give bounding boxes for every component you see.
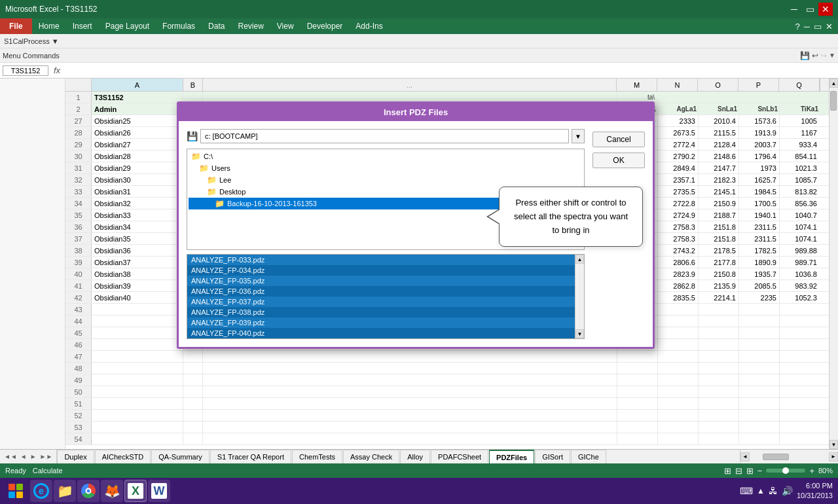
path-input[interactable] — [200, 129, 569, 143]
tree-item-lee[interactable]: 📁 Lee — [189, 174, 583, 186]
dialog-titlebar: Insert PDZ Files — [179, 103, 653, 121]
file-list-item[interactable]: ANALYZE_FP-034.pdz — [187, 265, 575, 276]
file-list-item[interactable]: ANALYZE_FP-036.pdz — [187, 286, 575, 297]
file-list-item[interactable]: ANALYZE_FP-038.pdz — [187, 307, 575, 317]
file-list-item[interactable]: ANALYZE_FP-035.pdz — [187, 276, 575, 286]
ok-button[interactable]: OK — [592, 153, 645, 168]
file-list: ANALYZE_FP-033.pdzANALYZE_FP-034.pdzANAL… — [187, 255, 575, 338]
cancel-button[interactable]: Cancel — [592, 132, 645, 147]
callout-tooltip: Press either shift or control to select … — [499, 187, 643, 247]
file-list-item[interactable]: ANALYZE_FP-033.pdz — [187, 255, 575, 265]
path-icon: 💾 — [187, 131, 198, 141]
tree-item-c[interactable]: 📁 C:\ — [189, 151, 583, 162]
file-scroll-down[interactable]: ▼ — [575, 329, 584, 338]
file-list-item[interactable]: ANALYZE_FP-037.pdz — [187, 297, 575, 307]
file-scroll-up[interactable]: ▲ — [575, 255, 584, 264]
insert-pdz-dialog: Insert PDZ Files 💾 ▼ 📁 — [177, 101, 655, 349]
dialog-overlay: Insert PDZ Files 💾 ▼ 📁 — [0, 0, 838, 504]
path-dropdown-btn[interactable]: ▼ — [572, 129, 585, 143]
tree-item-users[interactable]: 📁 Users — [189, 162, 583, 174]
file-list-item[interactable]: ANALYZE_FP-040.pdz — [187, 328, 575, 338]
dialog-title: Insert PDZ Files — [384, 107, 448, 117]
file-list-item[interactable]: ANALYZE_FP-039.pdz — [187, 317, 575, 328]
